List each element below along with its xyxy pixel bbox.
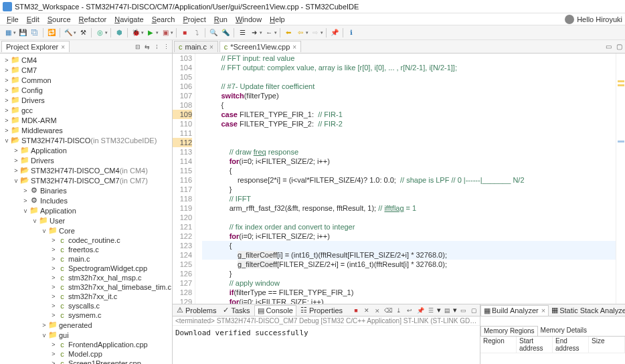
scroll-lock-icon[interactable]: ⤓ <box>394 306 404 315</box>
code-line[interactable]: switch(filterType) <box>202 91 616 100</box>
menu-source[interactable]: Source <box>43 15 75 24</box>
editor-tab[interactable]: cmain.c× <box>174 41 218 52</box>
editor-tab[interactable]: c*Screen1View.cpp× <box>219 41 301 52</box>
save-all-icon[interactable]: ⿻ <box>29 27 40 38</box>
analyzer-subtab[interactable]: Memory Details <box>538 326 590 336</box>
expand-icon[interactable]: > <box>50 360 58 364</box>
expand-icon[interactable]: > <box>3 107 11 114</box>
code-line[interactable]: for(i=0; i<FILTER_SIZE/2; i++) <box>202 232 616 241</box>
tree-node[interactable]: >📁Config <box>0 85 172 95</box>
expand-icon[interactable]: > <box>12 167 20 174</box>
column-header[interactable]: Size <box>589 337 625 353</box>
clear-console-icon[interactable]: ⌫ <box>383 306 393 315</box>
expand-icon[interactable]: > <box>21 187 29 194</box>
tree-node[interactable]: >📁Common <box>0 75 172 85</box>
open-type-icon[interactable]: 🔍 <box>208 27 219 38</box>
tree-node[interactable]: >⚙Includes <box>0 195 172 205</box>
pin-console-icon[interactable]: 📌 <box>416 306 425 315</box>
code-line[interactable]: case FILTER_TYPE_FIR_1: // FIR-1 <box>202 110 616 119</box>
filter-icon[interactable]: ⫶ <box>152 42 161 52</box>
open-console-icon[interactable]: ▤ <box>442 306 452 315</box>
search-icon[interactable]: 🔦 <box>220 27 231 38</box>
code-line[interactable]: // IFFT <box>202 194 616 203</box>
tree-node[interactable]: >csysmem.c <box>0 310 172 320</box>
tree-node[interactable]: >cModel.cpp <box>0 349 172 359</box>
tree-node[interactable]: >📁generated <box>0 320 172 330</box>
expand-icon[interactable]: v <box>31 217 39 224</box>
tree-node[interactable]: >cScreen1Presenter.cpp <box>0 359 172 364</box>
next-annotation-icon[interactable]: ➜ <box>249 27 260 38</box>
menu-search[interactable]: Search <box>148 15 179 24</box>
console-min-icon[interactable]: ▭ <box>458 306 468 315</box>
debug-icon[interactable]: 🐞 <box>130 27 141 38</box>
expand-icon[interactable]: > <box>3 67 11 74</box>
code-line[interactable]: g_filterCoeff[FILTER_SIZE/2+i] = (int16_… <box>202 260 616 269</box>
overview-ruler[interactable] <box>616 54 625 304</box>
expand-icon[interactable]: > <box>50 341 58 348</box>
column-header[interactable]: Start address <box>517 337 553 353</box>
collapse-all-icon[interactable]: ⊟ <box>133 42 143 52</box>
expand-icon[interactable]: > <box>50 265 58 272</box>
tree-node[interactable]: v📁User <box>0 215 172 225</box>
new-icon[interactable]: ▦ <box>3 27 13 38</box>
tree-node[interactable]: >📁gcc <box>0 105 172 115</box>
expand-icon[interactable]: > <box>50 284 58 290</box>
info-icon[interactable]: ℹ <box>346 27 357 38</box>
expand-icon[interactable]: > <box>50 293 58 300</box>
code-line[interactable]: // apply window <box>202 278 616 288</box>
code-line[interactable] <box>202 128 616 138</box>
minimize-icon[interactable]: ▭ <box>604 43 613 50</box>
tree-node[interactable]: >cfreertos.c <box>0 245 172 254</box>
code-line[interactable]: for(i=0; i<FILTER_SIZE/2; i++) <box>202 157 616 166</box>
analyzer-subtab[interactable]: Memory Regions <box>480 326 538 336</box>
project-tree[interactable]: >📁CM4>📁CM7>📁Common>📁Config>📁Drivers>📁gcc… <box>0 54 172 364</box>
expand-icon[interactable]: > <box>3 127 11 134</box>
prev-edit-icon[interactable]: ⬅ <box>283 27 294 38</box>
code-line[interactable]: // FFT input: real value <box>202 54 616 63</box>
tree-node[interactable]: >cSpectrogramWidget.cpp <box>0 264 172 273</box>
tree-node[interactable]: >📁Middlewares <box>0 125 172 135</box>
expand-icon[interactable]: > <box>3 97 11 104</box>
stop-icon[interactable]: ■ <box>179 27 190 38</box>
code-line[interactable]: { <box>202 241 616 250</box>
analyzer-tab[interactable]: ▦Static Stack Analyzer <box>549 305 625 315</box>
code-line[interactable] <box>202 138 616 147</box>
menu-project[interactable]: Project <box>179 15 210 24</box>
expand-icon[interactable]: > <box>3 57 11 64</box>
expand-icon[interactable]: > <box>50 246 58 253</box>
expand-icon[interactable]: > <box>40 322 48 329</box>
terminate-icon[interactable]: ■ <box>351 306 361 315</box>
close-icon[interactable]: × <box>209 43 213 51</box>
tree-node[interactable]: >📁MDK-ARM <box>0 115 172 125</box>
expand-icon[interactable]: v <box>40 227 48 234</box>
expand-icon[interactable]: > <box>50 351 58 357</box>
tree-node[interactable]: v📁Core <box>0 225 172 236</box>
link-editor-icon[interactable]: ⇆ <box>143 42 152 52</box>
forward-icon[interactable]: ⇨ <box>310 27 321 38</box>
build-icon[interactable]: 🔨 <box>63 27 74 38</box>
code-line[interactable]: { <box>202 166 616 175</box>
expand-icon[interactable]: > <box>50 256 58 262</box>
target-icon[interactable]: ◎ <box>94 27 105 38</box>
code-line[interactable] <box>202 213 616 222</box>
column-header[interactable]: End address <box>553 337 589 353</box>
code-line[interactable]: // FFT output: complex value, array is l… <box>202 63 616 72</box>
code-line[interactable]: // fix index order and convert to intege… <box>202 222 616 232</box>
build-all-icon[interactable]: ⚒ <box>78 27 88 38</box>
tree-node[interactable]: >csyscalls.c <box>0 301 172 310</box>
expand-icon[interactable]: > <box>3 77 11 84</box>
code-editor[interactable]: 1031041051061071081091101111121131141151… <box>173 54 625 304</box>
expand-icon[interactable]: > <box>21 197 29 204</box>
remove-launch-icon[interactable]: ✕ <box>362 306 371 315</box>
tree-node[interactable]: >📁CM7 <box>0 65 172 75</box>
tree-node[interactable]: >cstm32h7xx_hal_timebase_tim.c <box>0 282 172 292</box>
prev-annotation-icon[interactable]: ← <box>264 27 274 38</box>
code-line[interactable]: // draw freq response <box>202 147 616 157</box>
tree-node[interactable]: v📂STM32H747I-DISCO (in STM32CubeIDE) <box>0 135 172 145</box>
console-max-icon[interactable]: ▢ <box>469 306 478 315</box>
display-console-icon[interactable]: ☰ <box>426 306 436 315</box>
user-greeting[interactable]: Hello Hiroyuki <box>565 15 622 24</box>
expand-icon[interactable]: > <box>50 302 58 309</box>
expand-icon[interactable]: v <box>12 177 20 184</box>
tree-node[interactable]: >📁Application <box>0 145 172 155</box>
